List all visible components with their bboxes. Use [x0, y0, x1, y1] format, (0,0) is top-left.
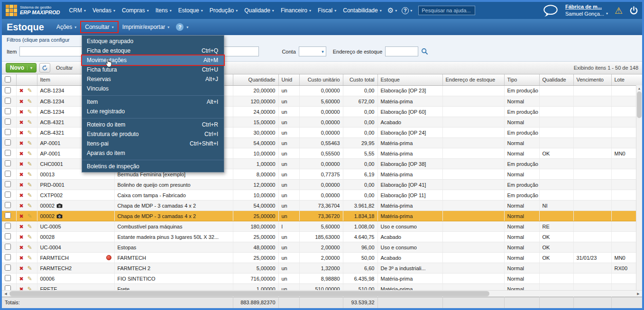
menu-item[interactable]: Lote registrado — [82, 107, 224, 116]
row-checkbox[interactable] — [5, 139, 11, 146]
col-header-quantidade[interactable]: Quantidade — [233, 74, 278, 85]
table-row[interactable]: ✖ ✎ UC-0004 — [2, 242, 642, 253]
row-checkbox[interactable] — [5, 244, 11, 250]
menu-item[interactable]: Ficha de estoque Ctrl+Q — [82, 46, 224, 55]
scroll-up-icon[interactable]: ▲ — [636, 85, 642, 91]
logout-power-icon[interactable] — [629, 6, 638, 15]
edit-row-icon[interactable]: ✎ — [28, 87, 32, 94]
row-checkbox[interactable] — [5, 191, 11, 198]
col-header-custo-total[interactable]: Custo total — [343, 74, 377, 85]
col-header-endereco[interactable]: Endereço de estoque — [442, 74, 504, 85]
table-row[interactable]: ✖ ✎ FARMTECH2 — [2, 263, 642, 274]
scroll-right-icon[interactable]: ▶ — [635, 292, 642, 296]
edit-row-icon[interactable]: ✎ — [28, 234, 32, 240]
vertical-scrollbar[interactable]: ▲ — [636, 85, 642, 290]
edit-row-icon[interactable]: ✎ — [28, 98, 32, 105]
search-icon[interactable] — [421, 48, 428, 55]
menu-item[interactable]: Movimentações Alt+M — [82, 55, 224, 65]
table-row[interactable]: ✖ ✎ CXTP002 — [2, 190, 642, 201]
delete-row-icon[interactable]: ✖ — [19, 276, 24, 282]
edit-row-icon[interactable]: ✎ — [28, 150, 32, 157]
edit-row-icon[interactable]: ✎ — [28, 244, 32, 251]
edit-row-icon[interactable]: ✎ — [28, 140, 32, 146]
row-checkbox[interactable] — [5, 223, 11, 229]
table-row[interactable]: ✖ ✎ FRETE — [2, 284, 642, 291]
delete-row-icon[interactable]: ✖ — [19, 140, 24, 146]
nav-menu[interactable]: Produção ▾ — [206, 5, 241, 16]
nav-menu[interactable]: Contabilidade ▾ — [340, 5, 385, 16]
app-logo[interactable]: Sistema de gestão ERP MAXIPROD — [6, 5, 60, 16]
delete-row-icon[interactable]: ✖ — [19, 265, 24, 271]
col-header-unid[interactable]: Unid — [278, 74, 299, 85]
table-row[interactable]: ✖ ✎ 00006 — [2, 274, 642, 284]
row-checkbox[interactable] — [5, 254, 11, 260]
delete-row-icon[interactable]: ✖ — [19, 192, 24, 198]
row-checkbox[interactable] — [5, 233, 11, 239]
user-menu[interactable]: Samuel Gonça... ▾ — [565, 10, 608, 18]
delete-row-icon[interactable]: ✖ — [19, 286, 24, 291]
row-checkbox[interactable] — [5, 98, 11, 104]
row-checkbox[interactable] — [5, 129, 11, 135]
row-checkbox[interactable] — [5, 160, 11, 166]
scroll-left-icon[interactable]: ◀ — [2, 292, 9, 296]
delete-row-icon[interactable]: ✖ — [19, 151, 24, 156]
help-menu[interactable]: ? ▾ — [399, 5, 414, 16]
nav-menu[interactable]: Itens ▾ — [152, 5, 175, 16]
row-checkbox[interactable] — [5, 119, 11, 125]
edit-row-icon[interactable]: ✎ — [28, 213, 32, 219]
edit-row-icon[interactable]: ✎ — [28, 286, 32, 291]
horizontal-scroll-thumb[interactable] — [9, 291, 489, 296]
row-checkbox[interactable] — [5, 171, 11, 177]
help-search-input[interactable] — [418, 6, 475, 15]
refresh-button[interactable] — [39, 63, 50, 73]
edit-row-icon[interactable]: ✎ — [28, 255, 32, 261]
nav-menu[interactable]: Fiscal ▾ — [314, 5, 340, 16]
menu-item[interactable]: Ficha futura Ctrl+U — [82, 65, 224, 74]
delete-row-icon[interactable]: ✖ — [19, 99, 24, 104]
table-row[interactable]: ✖ ✎ 00028 — [2, 232, 642, 242]
delete-row-icon[interactable]: ✖ — [19, 172, 24, 177]
row-checkbox[interactable] — [5, 212, 11, 219]
acoes-menu-button[interactable]: Ações ▾ — [53, 22, 80, 32]
delete-row-icon[interactable]: ✖ — [19, 255, 24, 261]
menu-item[interactable]: Aparas do item — [82, 148, 224, 158]
table-row[interactable]: ✖ ✎ FARMTECH — [2, 253, 642, 263]
row-checkbox[interactable] — [5, 87, 11, 93]
row-checkbox[interactable] — [5, 264, 11, 271]
col-header-vencimento[interactable]: Vencimento — [573, 74, 611, 85]
edit-row-icon[interactable]: ✎ — [28, 275, 32, 282]
menu-item[interactable]: Itens-pai Ctrl+Shift+I — [82, 139, 224, 148]
table-row[interactable]: ✖ ✎ PRD-0001 — [2, 180, 642, 190]
chat-icon[interactable] — [543, 4, 559, 17]
menu-item[interactable]: Vínculos — [82, 84, 224, 93]
vertical-scroll-thumb[interactable] — [637, 91, 642, 118]
select-all-checkbox[interactable] — [5, 76, 11, 82]
menu-item[interactable]: Estrutura de produto Ctrl+I — [82, 129, 224, 139]
nav-menu[interactable]: Estoque ▾ — [175, 5, 206, 16]
edit-row-icon[interactable]: ✎ — [28, 119, 32, 126]
edit-row-icon[interactable]: ✎ — [28, 109, 32, 115]
col-header-lote[interactable]: Lote — [611, 74, 642, 85]
table-row[interactable]: ✖ ✎ UC-0005 — [2, 221, 642, 232]
delete-row-icon[interactable]: ✖ — [19, 109, 24, 115]
row-checkbox[interactable] — [5, 285, 11, 290]
delete-row-icon[interactable]: ✖ — [19, 182, 24, 188]
nav-menu[interactable]: Qualidade ▾ — [241, 5, 277, 16]
edit-row-icon[interactable]: ✎ — [28, 265, 32, 272]
row-checkbox[interactable] — [5, 108, 11, 114]
conta-select[interactable]: ▾ — [299, 46, 326, 56]
settings-menu[interactable]: ⚙ ▾ — [385, 4, 399, 17]
table-row[interactable]: ✖ ✎ 00002 — [2, 201, 642, 211]
table-row[interactable]: ✖ ✎ 00002 — [2, 211, 642, 221]
menu-item[interactable]: Reservas Alt+J — [82, 74, 224, 84]
edit-row-icon[interactable]: ✎ — [28, 171, 32, 178]
company-link[interactable]: Fábrica de m... — [565, 3, 608, 10]
delete-row-icon[interactable]: ✖ — [19, 119, 24, 125]
col-header-custo-unitario[interactable]: Custo unitário — [299, 74, 343, 85]
novo-button[interactable]: Novo ▾ — [6, 63, 37, 73]
row-checkbox[interactable] — [5, 202, 11, 208]
delete-row-icon[interactable]: ✖ — [19, 213, 24, 219]
edit-row-icon[interactable]: ✎ — [28, 161, 32, 167]
edit-row-icon[interactable]: ✎ — [28, 192, 32, 199]
edit-row-icon[interactable]: ✎ — [28, 202, 32, 209]
